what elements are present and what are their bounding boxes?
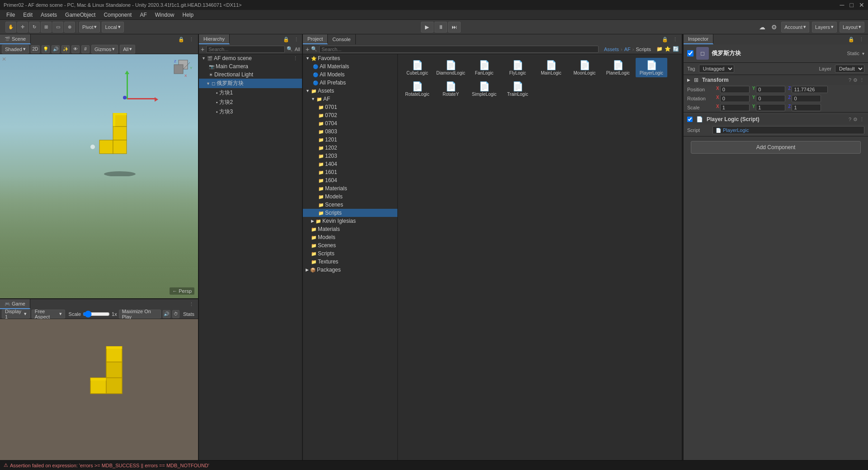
- aspect-dropdown[interactable]: Free Aspect ▾: [32, 310, 65, 319]
- shading-dropdown[interactable]: Shaded ▾: [2, 45, 29, 54]
- scale-x-input[interactable]: [720, 104, 750, 111]
- player-logic-settings-icon[interactable]: ⚙: [853, 117, 858, 122]
- collab-btn[interactable]: ☁: [758, 23, 767, 32]
- fx-btn[interactable]: ✨: [61, 45, 70, 53]
- play-button[interactable]: ▶: [421, 22, 434, 33]
- pos-x-input[interactable]: [720, 86, 750, 93]
- console-tab[interactable]: Console: [328, 34, 355, 44]
- folder-scenes-af[interactable]: 📁Scenes: [303, 201, 397, 209]
- scene-tab[interactable]: 🎬 Scene: [0, 34, 31, 44]
- menu-assets[interactable]: Assets: [37, 11, 61, 19]
- scale-z-input[interactable]: [792, 104, 821, 111]
- all-models-item[interactable]: 🔵 All Models: [303, 70, 397, 79]
- rot-x-input[interactable]: [720, 95, 750, 102]
- project-lock-btn[interactable]: 🔒: [660, 37, 670, 42]
- mute-btn[interactable]: 🔊: [163, 310, 170, 318]
- breadcrumb-scripts[interactable]: Scripts: [636, 47, 651, 52]
- hierarchy-lock-btn[interactable]: 🔒: [282, 37, 291, 42]
- transform-more-icon[interactable]: ⋮: [859, 77, 864, 83]
- game-tab[interactable]: 🎮 Game: [0, 299, 30, 309]
- folder-1202[interactable]: 📁1202: [303, 144, 397, 152]
- player-logic-enabled[interactable]: [687, 117, 693, 122]
- script-fan-logic[interactable]: 📄 FanLogic: [468, 58, 500, 77]
- script-diamond-logic[interactable]: 📄 DiamondLogic: [435, 58, 467, 77]
- hierarchy-item-directional-light[interactable]: ☀ Directional Light: [199, 70, 302, 79]
- folder-models[interactable]: 📁Models: [303, 233, 397, 241]
- all-prefabs-item[interactable]: 🔵 All Prefabs: [303, 79, 397, 87]
- script-fly-logic[interactable]: 📄 FlyLogic: [502, 58, 533, 77]
- scene-gizmo-cube[interactable]: X Y Z: [172, 58, 194, 80]
- hand-tool[interactable]: ✋: [5, 22, 16, 33]
- stats-btn[interactable]: Stats: [181, 311, 196, 317]
- move-tool[interactable]: ✛: [17, 22, 28, 33]
- audio-btn[interactable]: 🔊: [52, 45, 60, 53]
- transform-header[interactable]: ▶ ⊞ Transform ? ⚙ ⋮: [684, 75, 868, 85]
- player-logic-header[interactable]: 📄 Player Logic (Script) ? ⚙ ⋮: [684, 114, 868, 124]
- scene-lock-btn[interactable]: 🔒: [177, 37, 186, 42]
- script-planet-logic[interactable]: 📄 PlanetLogic: [602, 58, 634, 77]
- display-dropdown[interactable]: Display 1 ▾: [2, 310, 30, 319]
- menu-component[interactable]: Component: [100, 11, 135, 19]
- game-more-btn[interactable]: ⋮: [188, 301, 195, 307]
- folder-scenes[interactable]: 📁Scenes: [303, 241, 397, 249]
- script-rotate-y[interactable]: 📄 RotateY: [435, 79, 467, 99]
- af-folder[interactable]: ▼ 📁 AF: [303, 95, 397, 103]
- scene-view-btn[interactable]: 👁: [71, 45, 80, 53]
- account-dropdown[interactable]: Account ▾: [781, 22, 809, 33]
- window-controls[interactable]: ─ □ ✕: [840, 1, 864, 9]
- hierarchy-add-btn[interactable]: +: [201, 46, 204, 53]
- favorites-folder[interactable]: ▼ ⭐ Favorites: [303, 54, 397, 62]
- script-main-logic[interactable]: 📄 MainLogic: [535, 58, 567, 77]
- folder-1203[interactable]: 📁1203: [303, 152, 397, 160]
- rotate-tool[interactable]: ↻: [29, 22, 40, 33]
- inspector-lock-btn[interactable]: 🔒: [847, 37, 856, 42]
- folder-scripts[interactable]: 📁Scripts: [303, 249, 397, 258]
- minimize-btn[interactable]: ─: [840, 1, 844, 9]
- step-button[interactable]: ⏭: [448, 22, 461, 33]
- add-component-button[interactable]: Add Component: [691, 141, 861, 154]
- layout-dropdown[interactable]: Layout ▾: [840, 22, 864, 33]
- rect-tool[interactable]: ▭: [52, 22, 63, 33]
- inspector-more-btn[interactable]: ⋮: [858, 37, 865, 42]
- menu-edit[interactable]: Edit: [19, 11, 36, 19]
- script-player-logic[interactable]: 📄 PlayerLogic: [636, 58, 667, 77]
- scale-tool[interactable]: ⊞: [41, 22, 52, 33]
- pause-button[interactable]: ⏸: [434, 22, 447, 33]
- object-name[interactable]: 俄罗斯方块: [712, 49, 844, 57]
- settings-btn[interactable]: ⚙: [769, 23, 778, 32]
- folder-1601[interactable]: 📁1601: [303, 168, 397, 176]
- packages-folder[interactable]: ▶ 📦 Packages: [303, 266, 397, 274]
- hierarchy-more-btn[interactable]: ⋮: [292, 37, 300, 42]
- assets-folder[interactable]: ▼ 📁 Assets: [303, 87, 397, 95]
- transform-settings-icon[interactable]: ⚙: [853, 77, 858, 83]
- breadcrumb-assets[interactable]: Assets: [604, 47, 619, 52]
- hierarchy-item-russian-block[interactable]: ▼ ◻ 俄罗斯方块: [199, 79, 302, 88]
- scale-y-input[interactable]: [756, 104, 785, 111]
- object-enabled-checkbox[interactable]: [687, 50, 693, 56]
- refresh-icon[interactable]: 🔄: [673, 46, 679, 52]
- hierarchy-scene[interactable]: ▼ 🎬 AF demo scene ⋮: [199, 54, 302, 62]
- layer-select[interactable]: Default: [835, 65, 864, 73]
- transform-tool[interactable]: ⊕: [64, 22, 75, 33]
- hierarchy-item-block3[interactable]: ▪ 方块3: [199, 107, 302, 117]
- rot-y-input[interactable]: [756, 95, 785, 102]
- local-dropdown[interactable]: Local ▾: [102, 22, 123, 33]
- script-rotate-logic[interactable]: 📄 RotateLogic: [401, 79, 433, 99]
- folder-0704[interactable]: 📁0704: [303, 119, 397, 127]
- all-dropdown[interactable]: All ▾: [120, 45, 135, 54]
- menu-af[interactable]: AF: [136, 11, 150, 19]
- scale-slider[interactable]: [83, 311, 110, 317]
- project-more-btn[interactable]: ⋮: [671, 37, 679, 42]
- script-moon-logic[interactable]: 📄 MoonLogic: [569, 58, 600, 77]
- folder-0701[interactable]: 📁0701: [303, 103, 397, 111]
- folder-textures[interactable]: 📁Textures: [303, 258, 397, 266]
- all-materials-item[interactable]: 🔵 All Materials: [303, 62, 397, 70]
- static-arrow[interactable]: ▾: [862, 51, 864, 56]
- script-field-value[interactable]: 📄 PlayerLogic: [712, 126, 864, 134]
- project-add-btn[interactable]: +: [306, 46, 309, 53]
- 2d-toggle[interactable]: 2D: [31, 45, 40, 53]
- folder-1404[interactable]: 📁1404: [303, 160, 397, 168]
- inspector-tab[interactable]: Inspector: [684, 34, 713, 44]
- game-canvas[interactable]: [0, 319, 198, 470]
- folder-0803[interactable]: 📁0803: [303, 127, 397, 136]
